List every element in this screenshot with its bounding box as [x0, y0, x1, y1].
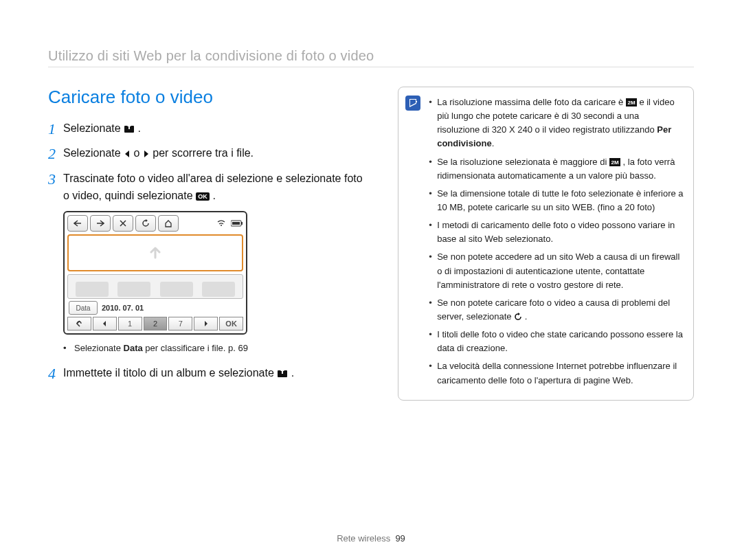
- text: .: [525, 311, 528, 322]
- text: per scorrere tra i file.: [153, 147, 254, 159]
- camera-ui-screenshot: Data 2010. 07. 01 1 2 7 OK: [63, 211, 247, 335]
- note-item: Se la risoluzione selezionata è maggiore…: [429, 155, 684, 183]
- step-text: Trascinate foto o video all'area di sele…: [63, 170, 370, 205]
- text: .: [212, 190, 215, 201]
- upload-icon: [277, 368, 288, 378]
- bullet: •: [63, 341, 69, 355]
- resolution-2m-icon: 2M: [609, 158, 620, 166]
- breadcrumb: Utilizzo di siti Web per la condivisione…: [48, 48, 694, 67]
- text: Selezionate: [74, 343, 124, 353]
- step-2: 2 Selezionate o per scorrere tra i file.: [48, 145, 370, 163]
- text: Selezionate: [63, 147, 124, 159]
- step-3: 3 Trascinate foto o video all'area di se…: [48, 170, 370, 205]
- text: La risoluzione massima delle foto da car…: [437, 97, 626, 107]
- svg-point-3: [221, 225, 222, 226]
- thumbnail[interactable]: [160, 282, 193, 297]
- cam-nav-back[interactable]: [67, 317, 91, 331]
- text: Immettete il titolo di un album e selezi…: [63, 367, 277, 379]
- note-item: Se la dimensione totale di tutte le foto…: [429, 187, 684, 214]
- svg-rect-6: [232, 222, 240, 225]
- note-box: La risoluzione massima delle foto da car…: [398, 87, 694, 401]
- cam-page-7[interactable]: 7: [168, 317, 192, 331]
- left-column: Caricare foto o video 1 Selezionate . 2 …: [48, 87, 370, 401]
- cam-nav-ok[interactable]: OK: [219, 317, 243, 331]
- note-list: La risoluzione massima delle foto da car…: [429, 96, 684, 388]
- cam-bottom-bar: 1 2 7 OK: [67, 317, 243, 331]
- ok-icon: OK: [196, 192, 210, 201]
- cam-toolbar: [67, 215, 243, 232]
- thumbnail[interactable]: [117, 282, 150, 297]
- cam-page-1[interactable]: 1: [118, 317, 142, 331]
- resolution-2m-icon: 2M: [626, 98, 637, 107]
- note-item: Se non potete caricare foto o video a ca…: [429, 296, 684, 324]
- cam-nav-next[interactable]: [194, 317, 218, 331]
- right-column: La risoluzione massima delle foto da car…: [398, 87, 694, 401]
- upload-icon: [124, 124, 135, 133]
- svg-text:2M: 2M: [627, 100, 635, 106]
- text: Selezionate Data per classificare i file…: [74, 341, 248, 355]
- wifi-icon: [216, 217, 226, 229]
- page-number: 99: [395, 533, 405, 544]
- text-bold: Data: [124, 343, 143, 353]
- cam-back-button[interactable]: [67, 215, 88, 232]
- cam-refresh-button[interactable]: [135, 215, 156, 232]
- cam-thumbnails: [67, 274, 243, 299]
- text: .: [492, 138, 495, 148]
- cam-close-button[interactable]: [113, 215, 133, 232]
- footer-section: Rete wireless: [337, 533, 390, 544]
- note-item: La velocità della connessione Internet p…: [429, 359, 684, 387]
- chevron-right-icon: [143, 150, 150, 158]
- text: o: [134, 147, 143, 159]
- note-item: Se non potete accedere ad un sito Web a …: [429, 250, 684, 291]
- cam-date-value: 2010. 07. 01: [102, 304, 144, 312]
- step-text: Selezionate o per scorrere tra i file.: [63, 145, 370, 162]
- step-number: 1: [48, 120, 63, 138]
- text: .: [291, 367, 294, 379]
- note-item: La risoluzione massima delle foto da car…: [429, 96, 684, 151]
- sub-bullet: • Selezionate Data per classificare i fi…: [63, 341, 370, 355]
- svg-rect-5: [241, 222, 243, 225]
- cam-nav-prev[interactable]: [93, 317, 117, 331]
- step-text: Immettete il titolo di un album e selezi…: [63, 365, 370, 382]
- chevron-left-icon: [124, 150, 131, 158]
- cam-page-2[interactable]: 2: [144, 317, 168, 331]
- cam-date-button[interactable]: Data: [69, 301, 98, 315]
- battery-icon: [231, 217, 243, 229]
- page: Utilizzo di siti Web per la condivisione…: [0, 0, 742, 560]
- note-item: I titoli delle foto o video che state ca…: [429, 328, 684, 355]
- refresh-icon: [514, 313, 522, 321]
- step-number: 2: [48, 145, 63, 163]
- cam-drop-area[interactable]: [67, 234, 243, 271]
- note-item: I metodi di caricamento delle foto o vid…: [429, 219, 684, 246]
- footer: Rete wireless 99: [0, 533, 742, 544]
- step-1: 1 Selezionate .: [48, 120, 370, 138]
- text: Se la risoluzione selezionata è maggiore…: [437, 157, 609, 167]
- text: Se non potete caricare foto o video a ca…: [437, 298, 670, 322]
- svg-text:2M: 2M: [611, 159, 618, 166]
- step-text: Selezionate .: [63, 120, 370, 137]
- page-title: Caricare foto o video: [48, 87, 370, 108]
- step-number: 3: [48, 170, 63, 188]
- thumbnail[interactable]: [202, 282, 235, 297]
- text: per classificare i file. p. 69: [143, 343, 248, 353]
- text: .: [138, 122, 141, 134]
- text: Selezionate: [63, 122, 124, 134]
- cam-date-row: Data 2010. 07. 01: [67, 302, 243, 314]
- svg-text:OK: OK: [198, 193, 207, 200]
- note-icon: [405, 96, 420, 111]
- cam-home-button[interactable]: [158, 215, 179, 232]
- content-columns: Caricare foto o video 1 Selezionate . 2 …: [48, 87, 694, 401]
- cam-forward-button[interactable]: [90, 215, 111, 232]
- step-4: 4 Immettete il titolo di un album e sele…: [48, 365, 370, 383]
- step-number: 4: [48, 365, 63, 383]
- thumbnail[interactable]: [76, 282, 109, 297]
